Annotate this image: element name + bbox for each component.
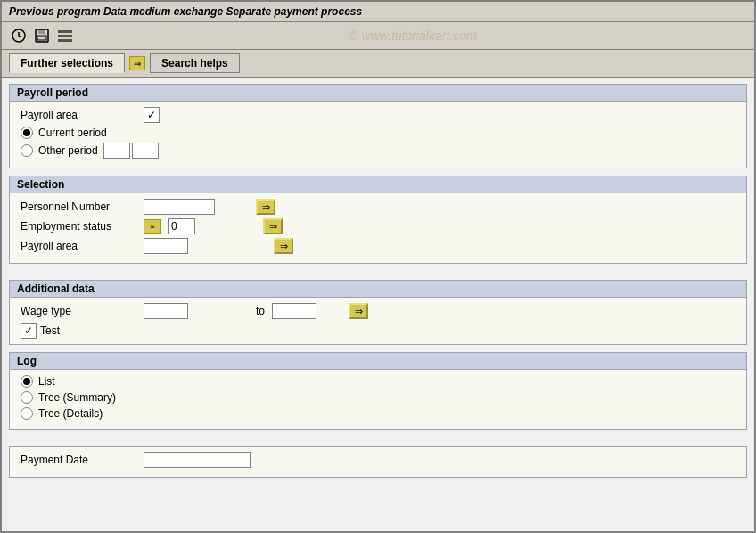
payroll-period-header: Payroll period	[10, 85, 746, 102]
payment-date-label: Payment Date	[21, 454, 136, 466]
selection-payroll-area-label: Payroll area	[21, 240, 136, 252]
wage-type-nav-icon[interactable]: ⇒	[349, 303, 368, 319]
additional-data-body: Wage type to ⇒ ✓ Test	[10, 298, 746, 344]
selection-payroll-area-input[interactable]	[144, 238, 188, 254]
employment-status-nav-icon[interactable]: ⇒	[263, 218, 283, 234]
payment-date-input[interactable]	[144, 452, 251, 468]
tree-details-radio[interactable]	[21, 407, 33, 420]
personnel-number-nav-icon[interactable]: ⇒	[256, 199, 275, 215]
svg-rect-2	[38, 29, 45, 34]
selection-payroll-area-row: Payroll area ⇒	[21, 238, 735, 254]
tab-further-selections[interactable]: Further selections	[9, 53, 125, 73]
payroll-area-checkbox[interactable]: ✓	[144, 107, 160, 123]
employment-status-input[interactable]	[168, 218, 195, 234]
watermark: © www.tutorialkart.com	[78, 29, 747, 43]
personnel-number-input[interactable]	[144, 199, 215, 215]
current-period-label: Current period	[38, 127, 107, 139]
tree-summary-label: Tree (Summary)	[38, 391, 116, 404]
tree-summary-row: Tree (Summary)	[21, 391, 735, 404]
wage-type-label: Wage type	[21, 305, 136, 317]
wage-type-to-input[interactable]	[272, 303, 316, 319]
period-inputs	[103, 143, 159, 159]
arrow-right-icon: ⇒	[129, 56, 145, 70]
tab-arrow-icon: ⇒	[128, 54, 146, 72]
payment-section: Payment Date	[9, 446, 747, 478]
tab-search-helps[interactable]: Search helps	[150, 53, 240, 73]
log-body: List Tree (Summary) Tree (Details)	[10, 370, 746, 429]
test-label: Test	[40, 324, 60, 337]
payment-date-row: Payment Date	[21, 452, 735, 468]
tree-summary-radio[interactable]	[21, 391, 33, 404]
wage-type-from-input[interactable]	[144, 303, 188, 319]
list-row: List	[21, 375, 735, 388]
test-checkbox[interactable]: ✓	[21, 323, 37, 339]
svg-rect-3	[37, 36, 46, 40]
other-period-radio[interactable]	[21, 144, 33, 157]
wage-type-row: Wage type to ⇒	[21, 303, 735, 319]
svg-rect-5	[58, 35, 72, 37]
list-label: List	[38, 375, 55, 388]
log-section: Log List Tree (Summary) Tree (Details)	[9, 352, 747, 430]
selection-section: Selection Personnel Number ⇒ Employment …	[9, 176, 747, 264]
tree-details-label: Tree (Details)	[38, 407, 103, 420]
payroll-period-body: Payroll area ✓ Current period Other peri…	[10, 102, 746, 168]
current-period-row: Current period	[21, 127, 735, 139]
employment-status-row: Employment status ≡ ⇒	[21, 218, 735, 234]
log-header: Log	[10, 353, 746, 370]
personnel-number-row: Personnel Number ⇒	[21, 199, 735, 215]
employment-status-icon[interactable]: ≡	[144, 219, 161, 234]
svg-rect-4	[58, 30, 72, 33]
payroll-area-row: Payroll area ✓	[21, 107, 735, 123]
current-period-radio[interactable]	[21, 127, 33, 139]
employment-status-label: Employment status	[21, 220, 136, 233]
main-window: Previous program Data medium exchange Se…	[0, 0, 756, 533]
additional-data-header: Additional data	[10, 281, 746, 298]
configure-icon[interactable]	[55, 26, 75, 45]
additional-data-section: Additional data Wage type to ⇒ ✓ Test	[9, 280, 747, 345]
svg-rect-6	[58, 39, 72, 42]
toolbar: © www.tutorialkart.com	[2, 22, 754, 50]
personnel-number-label: Personnel Number	[21, 201, 136, 213]
title-bar: Previous program Data medium exchange Se…	[2, 2, 754, 22]
payroll-area-label: Payroll area	[21, 109, 136, 121]
payment-body: Payment Date	[10, 447, 746, 477]
wage-type-to-label: to	[256, 305, 265, 317]
period-input-2[interactable]	[132, 143, 159, 159]
tab-bar: Further selections ⇒ Search helps	[2, 50, 754, 78]
payroll-period-section: Payroll period Payroll area ✓ Current pe…	[9, 84, 747, 168]
main-content: Payroll period Payroll area ✓ Current pe…	[2, 78, 754, 490]
other-period-row: Other period	[21, 143, 735, 159]
selection-body: Personnel Number ⇒ Employment status ≡ ⇒…	[10, 193, 746, 263]
tree-details-row: Tree (Details)	[21, 407, 735, 420]
test-row: ✓ Test	[21, 323, 735, 339]
window-title: Previous program Data medium exchange Se…	[9, 5, 362, 18]
clock-icon[interactable]	[9, 26, 29, 45]
list-radio[interactable]	[21, 375, 33, 388]
selection-header: Selection	[10, 176, 746, 193]
selection-payroll-area-nav-icon[interactable]: ⇒	[274, 238, 293, 254]
other-period-label: Other period	[38, 144, 98, 157]
period-input-1[interactable]	[103, 143, 130, 159]
save-icon[interactable]	[32, 26, 52, 45]
